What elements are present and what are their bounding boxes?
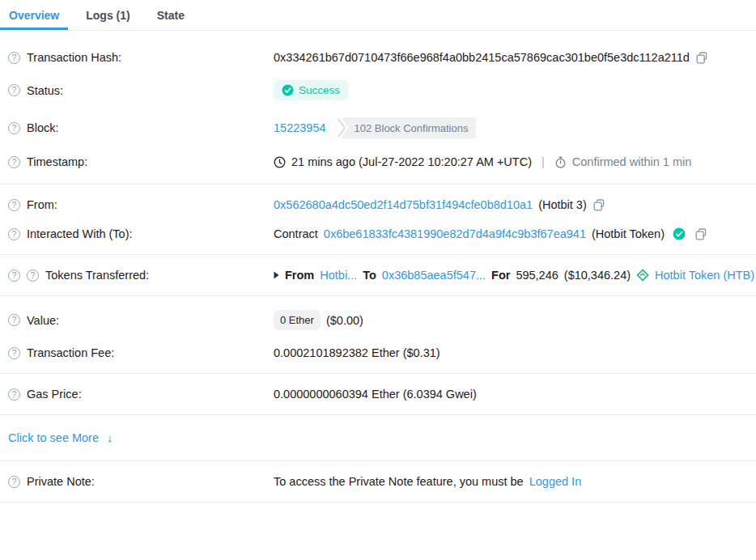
tab-bar: Overview Logs (1) State [0,0,756,31]
value-label: Value: [27,314,59,327]
arrow-down-icon[interactable]: ↓ [107,431,113,444]
row-status: ? Status: Success [0,72,756,108]
help-icon[interactable]: ? [8,228,20,240]
token-logo-icon [636,269,649,282]
caret-right-icon[interactable] [274,271,279,279]
check-circle-icon [282,84,294,96]
section-parties: ? From: 0x562680a4dc50ed2f14d75bf31f494c… [0,185,756,255]
gas-price-label: Gas Price: [27,388,82,401]
tab-state[interactable]: State [148,0,193,30]
section-value-fee: ? Value: 0 Ether ($0.00) ? Transaction F… [0,296,756,374]
ether-value-badge: 0 Ether [274,310,321,330]
row-interacted-with: ? Interacted With (To): Contract 0x6be61… [0,219,756,248]
row-timestamp: ? Timestamp: 21 mins ago (Jul-27-2022 10… [0,147,756,176]
from-label: From: [27,198,57,211]
block-label: Block: [27,121,59,134]
help-icon[interactable]: ? [27,269,39,282]
help-icon[interactable]: ? [8,347,20,359]
status-label: Status: [27,84,63,97]
row-tokens-transferred: ? ? Tokens Transferred: From Hotbi... To… [0,261,756,290]
row-value: ? Value: 0 Ether ($0.00) [0,302,756,338]
transaction-details-page: Overview Logs (1) State ? Transaction Ha… [0,0,756,560]
help-icon[interactable]: ? [8,84,20,96]
status-badge-text: Success [299,84,340,96]
section-private-note: ? Private Note: To access the Private No… [0,461,756,503]
block-confirmations-badge: 102 Block Confirmations [341,117,477,139]
token-amount: 595,246 [516,269,558,282]
gas-price-value: 0.0000000060394 Ether (6.0394 Gwei) [274,388,477,401]
section-gas-price: ? Gas Price: 0.0000000060394 Ether (6.03… [0,374,756,415]
section-tokens-transferred: ? ? Tokens Transferred: From Hotbi... To… [0,255,756,296]
contract-prefix: Contract [274,227,318,240]
help-icon[interactable]: ? [8,156,20,168]
help-icon[interactable]: ? [8,122,20,134]
from-name-tag: (Hotbit 3) [538,198,587,211]
token-from-link[interactable]: Hotbi... [320,269,357,282]
private-note-text: To access the Private Note feature, you … [274,475,524,488]
tab-logs[interactable]: Logs (1) [77,0,138,30]
copy-icon[interactable] [694,227,707,240]
copy-icon[interactable] [592,198,605,211]
token-for-label: For [491,269,510,282]
to-contract-address-link[interactable]: 0x6be61833fc4381990e82d7d4a9f4c9b3f67ea9… [324,227,586,240]
help-icon[interactable]: ? [8,388,20,401]
help-icon[interactable]: ? [8,476,20,488]
help-icon[interactable]: ? [8,199,20,211]
token-name-link[interactable]: Hotbit Token (HTB) [655,269,754,282]
row-private-note: ? Private Note: To access the Private No… [0,467,756,496]
token-to-label: To [363,269,376,282]
row-gas-price: ? Gas Price: 0.0000000060394 Ether (6.03… [0,380,756,409]
help-icon[interactable]: ? [8,269,20,282]
logged-in-link[interactable]: Logged In [529,475,582,488]
transaction-fee-label: Transaction Fee: [27,346,114,359]
row-from: ? From: 0x562680a4dc50ed2f14d75bf31f494c… [0,190,756,219]
timestamp-label: Timestamp: [27,155,87,168]
verified-check-icon [673,227,686,240]
tab-overview[interactable]: Overview [0,0,68,30]
to-contract-name-tag: (Hotbit Token) [592,227,665,240]
private-note-label: Private Note: [27,475,95,488]
row-transaction-hash: ? Transaction Hash: 0x334261b67d0710473f… [0,43,756,72]
block-number-link[interactable]: 15223954 [274,121,326,134]
status-badge: Success [274,80,348,100]
row-transaction-fee: ? Transaction Fee: 0.0002101892382 Ether… [0,338,756,367]
section-see-more: Click to see More ↓ [0,415,756,461]
transaction-hash-label-group: ? Transaction Hash: [0,51,274,64]
from-address-link[interactable]: 0x562680a4dc50ed2f14d75bf31f494cfe0b8d10… [274,198,533,211]
token-to-link[interactable]: 0x36b85aea5f547... [382,269,486,282]
token-usd-value: ($10,346.24) [564,269,631,282]
transaction-hash-label: Transaction Hash: [27,51,121,64]
token-from-label: From [285,269,314,282]
interacted-with-label: Interacted With (To): [27,227,133,240]
transaction-hash-value: 0x334261b67d0710473f66e968f4a0bb2415ca57… [274,51,690,64]
clock-icon [274,156,286,168]
section-summary: ? Transaction Hash: 0x334261b67d0710473f… [0,31,756,185]
pipe-separator: | [542,155,545,168]
row-block: ? Block: 15223954 102 Block Confirmation… [0,108,756,147]
see-more-link[interactable]: Click to see More [8,431,99,444]
help-icon[interactable]: ? [8,52,20,64]
timestamp-value: 21 mins ago (Jul-27-2022 10:20:27 AM +UT… [291,155,532,168]
transaction-fee-value: 0.0002101892382 Ether ($0.31) [274,346,440,359]
stopwatch-icon [554,156,567,168]
copy-icon[interactable] [695,51,708,64]
confirmed-within-text: Confirmed within 1 min [572,155,691,168]
value-usd: ($0.00) [326,314,363,327]
tokens-transferred-label: Tokens Transferred: [45,269,149,282]
help-icon[interactable]: ? [8,314,20,326]
